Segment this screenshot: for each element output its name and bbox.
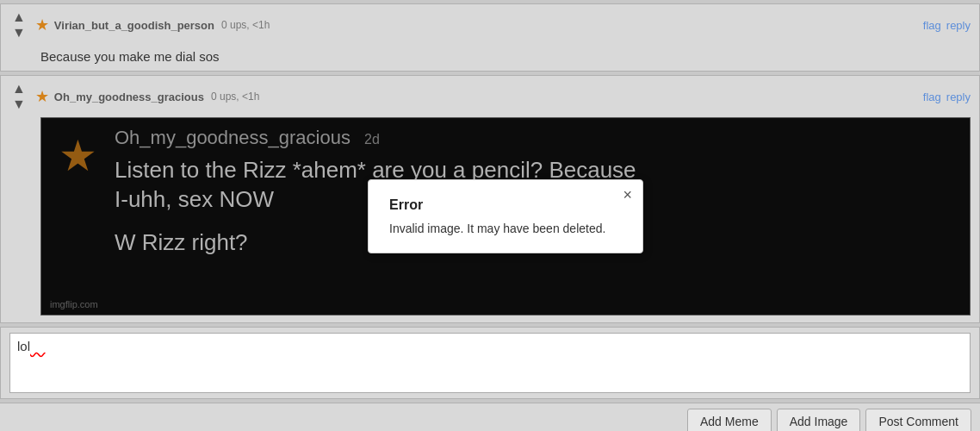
reply-text-content: lol [17,339,30,353]
star-icon: ★ [35,87,49,106]
comment-row: ▲ ▼ ★ Oh_my_goodness_gracious 0 ups, <1h… [0,75,980,323]
reply-text: lol~~ [17,339,46,353]
comment-section: ▲ ▼ ★ Virian_but_a_goodish_person 0 ups,… [0,0,980,431]
reply-link[interactable]: reply [946,19,971,32]
downvote-button[interactable]: ▼ [9,25,28,41]
error-modal-message: Invalid image. It may have been deleted. [389,222,622,235]
add-image-button[interactable]: Add Image [777,409,861,431]
star-icon: ★ [35,16,49,34]
comment-header: ▲ ▼ ★ Virian_but_a_goodish_person 0 ups,… [1,4,979,46]
error-modal-overlay: × Error Invalid image. It may have been … [41,118,970,315]
bottom-buttons-bar: Add Meme Add Image Post Comment [0,403,980,431]
reply-textarea-wrapper: lol~~ [9,333,971,393]
reply-link[interactable]: reply [946,91,971,103]
upvote-button[interactable]: ▲ [9,81,28,97]
comment-meta: 0 ups, <1h [211,91,259,103]
comment-username: Virian_but_a_goodish_person [54,19,214,32]
flag-link[interactable]: flag [923,91,941,103]
downvote-button[interactable]: ▼ [9,97,28,112]
add-meme-button[interactable]: Add Meme [687,409,772,431]
comment-actions: flag reply [923,91,971,103]
comment-actions: flag reply [923,19,971,32]
error-modal-title: Error [389,197,622,213]
comment-row: ▲ ▼ ★ Virian_but_a_goodish_person 0 ups,… [0,3,980,72]
comment-body: Because you make me dial sos [1,46,979,71]
meme-image-area: ★ Oh_my_goodness_gracious 2d Listen to t… [40,117,971,315]
error-modal-close-button[interactable]: × [623,187,632,203]
comment-header: ▲ ▼ ★ Oh_my_goodness_gracious 0 ups, <1h… [1,76,979,117]
reply-area: lol~~ [0,327,980,399]
post-comment-button[interactable]: Post Comment [865,409,971,431]
error-modal: × Error Invalid image. It may have been … [368,179,643,253]
vote-column: ▲ ▼ [9,9,28,41]
vote-column: ▲ ▼ [9,81,28,112]
comment-meta: 0 ups, <1h [221,19,270,31]
upvote-button[interactable]: ▲ [9,9,28,25]
comment-username: Oh_my_goodness_gracious [54,91,204,103]
flag-link[interactable]: flag [923,19,941,32]
